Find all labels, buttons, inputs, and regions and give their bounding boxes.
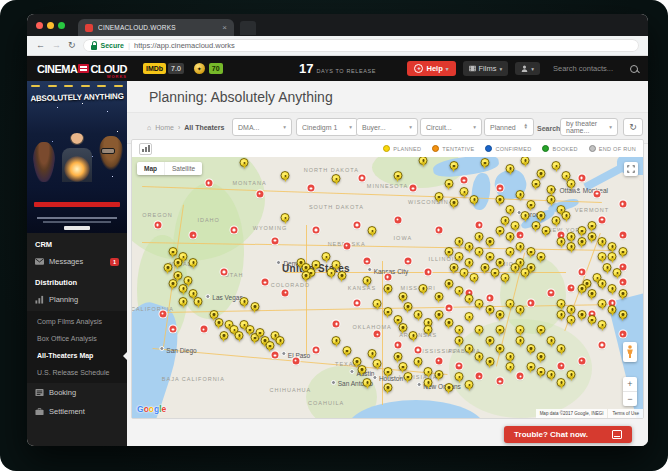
theater-cluster-marker[interactable] [200,326,207,333]
theater-pin-planned[interactable] [470,195,479,204]
google-logo[interactable]: Google [137,404,166,414]
theater-pin-planned[interactable] [470,273,479,282]
theater-pin-planned[interactable] [557,299,566,308]
theater-pin-planned[interactable] [547,370,556,379]
theater-pin-planned[interactable] [414,357,423,366]
theater-cluster-marker[interactable] [384,274,391,281]
theater-cluster-marker[interactable] [358,174,365,181]
theater-pin-planned[interactable] [536,169,545,178]
theater-cluster-marker[interactable] [415,347,422,354]
theater-cluster-marker[interactable] [312,347,319,354]
theater-pin-planned[interactable] [327,268,336,277]
minimize-window-button[interactable] [47,22,54,29]
chart-view-button[interactable] [139,143,152,155]
sidebar-item-us-release-schedule[interactable]: U.S. Release Schedule [27,364,127,381]
buyer-select[interactable]: Buyer...▾ [356,118,418,136]
zoom-out-button[interactable]: − [623,392,637,406]
theater-pin-planned[interactable] [516,190,525,199]
sidebar-item-all-theaters-map[interactable]: All-Theaters Map [27,347,127,364]
theater-pin-planned[interactable] [414,310,423,319]
theater-pin-planned[interactable] [398,292,407,301]
theater-cluster-marker[interactable] [456,362,463,369]
theater-pin-planned[interactable] [393,352,402,361]
theater-cluster-marker[interactable] [619,232,626,239]
theater-cluster-marker[interactable] [394,341,401,348]
theater-pin-planned[interactable] [455,286,464,295]
theater-pin-planned[interactable] [363,276,372,285]
sidebar-item-box-office-analysis[interactable]: Box Office Analysis [27,330,127,347]
theater-pin-planned[interactable] [608,305,617,314]
theater-pin-planned[interactable] [603,263,612,272]
theater-pin-planned[interactable] [455,237,464,246]
forward-icon[interactable]: → [52,41,61,50]
theater-pin-planned[interactable] [455,325,464,334]
theater-cluster-marker[interactable] [343,242,350,249]
theater-pin-planned[interactable] [383,284,392,293]
theater-cluster-marker[interactable] [425,268,432,275]
theater-pin-planned[interactable] [475,299,484,308]
theater-cluster-marker[interactable] [220,268,227,275]
theater-pin-planned[interactable] [511,263,520,272]
new-tab-button[interactable] [240,21,256,35]
theater-pin-planned[interactable] [168,247,177,256]
theater-cluster-marker[interactable] [496,378,503,385]
theater-pin-planned[interactable] [567,305,576,314]
theater-pin-planned[interactable] [332,336,341,345]
theater-pin-planned[interactable] [240,297,249,306]
theater-pin-planned[interactable] [173,258,182,267]
theater-pin-planned[interactable] [383,307,392,316]
theater-pin-planned[interactable] [495,310,504,319]
theater-pin-planned[interactable] [373,299,382,308]
theater-cluster-marker[interactable] [496,185,503,192]
sidebar-item-booking[interactable]: Booking [27,383,127,402]
theater-pin-planned[interactable] [506,205,515,214]
theater-pin-planned[interactable] [444,247,453,256]
theater-pin-planned[interactable] [608,284,617,293]
theater-pin-planned[interactable] [557,344,566,353]
theater-cluster-marker[interactable] [261,279,268,286]
home-icon[interactable]: ⌂ [147,124,151,131]
theater-pin-planned[interactable] [368,349,377,358]
theater-pin-planned[interactable] [465,258,474,267]
theater-pin-planned[interactable] [342,346,351,355]
theater-pin-planned[interactable] [547,195,556,204]
theater-pin-planned[interactable] [598,299,607,308]
theater-cluster-marker[interactable] [282,289,289,296]
theater-pin-planned[interactable] [194,297,203,306]
theater-pin-planned[interactable] [531,179,540,188]
theater-pin-planned[interactable] [449,263,458,272]
theater-cluster-marker[interactable] [394,216,401,223]
theater-pin-planned[interactable] [536,211,545,220]
theater-cluster-marker[interactable] [307,185,314,192]
theater-pin-planned[interactable] [434,310,443,319]
theater-pin-planned[interactable] [598,252,607,261]
chat-button[interactable]: Trouble? Chat now. [504,426,632,443]
refresh-button[interactable]: ↻ [623,118,643,136]
theater-pin-planned[interactable] [526,200,535,209]
theater-pin-planned[interactable] [552,216,561,225]
theater-pin-planned[interactable] [424,325,433,334]
theater-pin-planned[interactable] [465,380,474,389]
theater-cluster-marker[interactable] [435,227,442,234]
theater-pin-planned[interactable] [485,357,494,366]
theater-cluster-marker[interactable] [256,190,263,197]
theater-pin-planned[interactable] [368,226,377,235]
theater-pin-planned[interactable] [465,294,474,303]
dma-select[interactable]: DMA...▾ [232,118,292,136]
maximize-window-button[interactable] [58,22,65,29]
theater-pin-planned[interactable] [475,232,484,241]
theater-pin-planned[interactable] [506,232,515,241]
circuit-select[interactable]: Circuit...▾ [420,118,482,136]
theater-pin-planned[interactable] [184,276,193,285]
theater-pin-planned[interactable] [449,198,458,207]
close-window-button[interactable] [36,22,43,29]
browser-tab[interactable]: CINEMACLOUD.WORKS × [78,19,234,36]
tab-close-icon[interactable]: × [222,23,227,32]
theater-pin-planned[interactable] [168,279,177,288]
terms-of-use-link[interactable]: Terms of Use [608,409,643,418]
theater-pin-planned[interactable] [403,372,412,381]
theater-cluster-marker[interactable] [272,352,279,359]
theater-cluster-marker[interactable] [169,326,176,333]
theater-pin-planned[interactable] [618,289,627,298]
theater-cluster-marker[interactable] [190,232,197,239]
